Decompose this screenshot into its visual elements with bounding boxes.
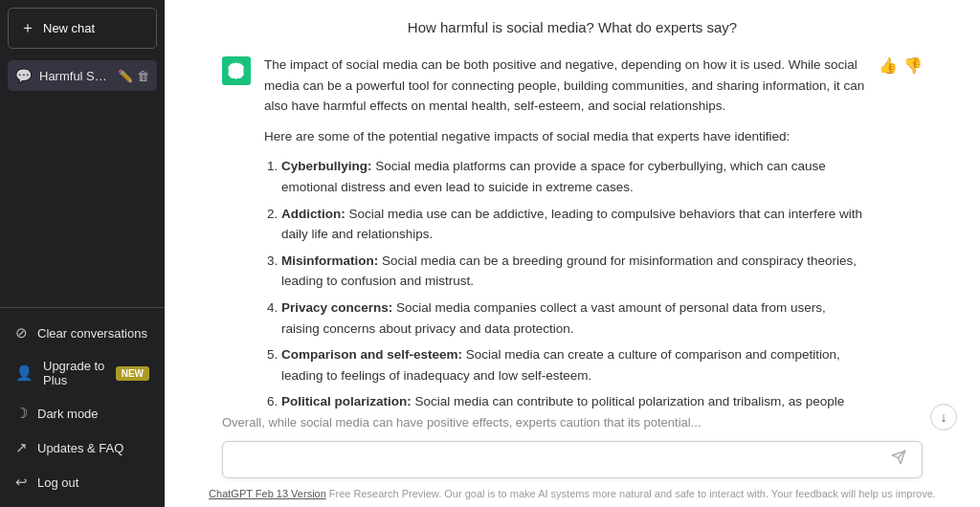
chat-item-actions: ✏️ 🗑 <box>118 69 149 83</box>
scroll-down-button[interactable]: ↓ <box>930 404 957 430</box>
chat-history: 💬 Harmful Social Media ✏️ 🗑 <box>0 56 165 307</box>
chat-history-item[interactable]: 💬 Harmful Social Media ✏️ 🗑 <box>8 60 157 91</box>
chat-input[interactable] <box>234 452 887 468</box>
footer-link[interactable]: ChatGPT Feb 13 Version <box>209 488 326 499</box>
edit-icon[interactable]: ✏️ <box>118 69 133 83</box>
dark-mode-button[interactable]: ☽ Dark mode <box>8 396 157 430</box>
message-list-item: Addiction: Social media use can be addic… <box>281 204 865 245</box>
log-out-label: Log out <box>37 475 78 490</box>
main-panel: How harmful is social media? What do exp… <box>165 0 980 507</box>
updates-faq-button[interactable]: ↗ Updates & FAQ <box>8 430 157 465</box>
help-icon: ↗ <box>15 439 28 456</box>
input-box <box>222 441 923 478</box>
send-icon <box>891 450 906 465</box>
clear-conversations-button[interactable]: ⊘ Clear conversations <box>8 316 157 350</box>
message-list-item: Cyberbullying: Social media platforms ca… <box>281 156 865 197</box>
dark-mode-label: Dark mode <box>37 407 99 421</box>
message-list: Cyberbullying: Social media platforms ca… <box>264 156 865 415</box>
sidebar-bottom: ⊘ Clear conversations 👤 Upgrade to Plus … <box>0 307 165 507</box>
input-area <box>165 433 980 484</box>
message-list-item: Comparison and self-esteem: Social media… <box>281 344 865 386</box>
delete-icon[interactable]: 🗑 <box>137 69 149 83</box>
thumbs-up-icon[interactable]: 👍 <box>879 56 898 75</box>
message-actions: 👍 👎 <box>879 56 923 75</box>
chat-item-label: Harmful Social Media <box>39 69 110 83</box>
gpt-avatar <box>222 56 251 85</box>
message-list-item: Privacy concerns: Social media companies… <box>281 298 865 339</box>
chat-question: How harmful is social media? What do exp… <box>222 19 923 35</box>
chat-area: How harmful is social media? What do exp… <box>165 0 980 415</box>
new-chat-button[interactable]: ＋ New chat <box>8 8 157 49</box>
logout-icon: ↩ <box>15 474 28 491</box>
upgrade-icon: 👤 <box>15 364 33 382</box>
message-content: The impact of social media can be both p… <box>264 55 865 415</box>
clear-conversations-label: Clear conversations <box>37 326 147 341</box>
log-out-button[interactable]: ↩ Log out <box>8 465 157 499</box>
updates-faq-label: Updates & FAQ <box>37 441 123 455</box>
footer: ChatGPT Feb 13 Version Free Research Pre… <box>165 484 980 507</box>
new-chat-label: New chat <box>43 21 95 35</box>
upgrade-to-plus-button[interactable]: 👤 Upgrade to Plus NEW <box>8 350 157 396</box>
moon-icon: ☽ <box>15 405 28 422</box>
chat-item-icon: 💬 <box>15 68 32 83</box>
footer-text: Free Research Preview. Our goal is to ma… <box>326 488 936 499</box>
plus-icon: ＋ <box>20 18 35 38</box>
gpt-logo-icon <box>228 62 245 79</box>
upgrade-label: Upgrade to Plus <box>43 359 106 387</box>
message-list-item: Misinformation: Social media can be a br… <box>281 251 865 292</box>
clear-icon: ⊘ <box>15 324 28 342</box>
send-button[interactable] <box>887 450 910 470</box>
message-intro: The impact of social media can be both p… <box>264 55 865 117</box>
new-badge: NEW <box>116 366 149 381</box>
sidebar: ＋ New chat 💬 Harmful Social Media ✏️ 🗑 ⊘… <box>0 0 165 507</box>
message-row: The impact of social media can be both p… <box>222 55 923 415</box>
message-lead: Here are some of the potential negative … <box>264 126 865 147</box>
message-list-item: Political polarization: Social media can… <box>281 391 865 415</box>
faded-preview-text: Overall, while social media can have pos… <box>165 415 980 430</box>
thumbs-down-icon[interactable]: 👎 <box>903 56 923 75</box>
